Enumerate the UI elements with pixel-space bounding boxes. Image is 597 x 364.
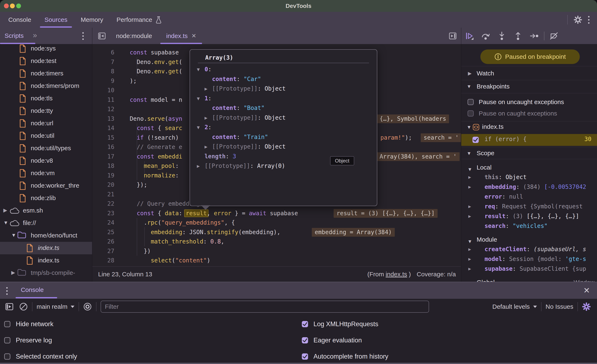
more-options-icon[interactable] bbox=[588, 16, 589, 24]
filter-input[interactable] bbox=[101, 301, 429, 313]
file-tree-item[interactable]: node:util bbox=[0, 130, 92, 142]
tab-scripts[interactable]: Scripts bbox=[5, 32, 24, 39]
chevron-collapsed-icon[interactable]: ▶ bbox=[204, 142, 207, 151]
tab-memory[interactable]: Memory bbox=[74, 12, 110, 28]
scope-section-header[interactable]: ▼ Scope bbox=[461, 148, 597, 159]
tab-overflow-chevron-icon[interactable]: » bbox=[33, 31, 37, 40]
file-tree-item[interactable]: node:zlib bbox=[0, 192, 92, 204]
code-line[interactable]: 27 }) bbox=[92, 246, 461, 256]
console-setting-row[interactable]: Preserve log bbox=[4, 334, 52, 346]
code-line[interactable]: 24 .rpc("query_embeddings", { bbox=[92, 218, 461, 227]
scope-group-header[interactable]: ▶GlobalWindow bbox=[461, 277, 597, 282]
exception-checkbox-row[interactable]: Pause on caught exceptions bbox=[461, 108, 597, 119]
line-number[interactable]: 22 bbox=[92, 199, 114, 209]
console-setting-row[interactable]: Hide network bbox=[4, 318, 53, 330]
file-tree-item[interactable]: node:timers/prom bbox=[0, 80, 92, 92]
tab-sources[interactable]: Sources bbox=[38, 12, 74, 28]
file-tree-item[interactable]: node:timers bbox=[0, 67, 92, 80]
chevron-expanded-icon[interactable]: ▼ bbox=[197, 94, 200, 103]
file-tree-item[interactable]: node:util/types bbox=[0, 142, 92, 155]
close-tab-icon[interactable]: ✕ bbox=[191, 32, 196, 39]
step-out-button[interactable] bbox=[510, 28, 526, 44]
chevron-collapsed-icon[interactable]: ▶ bbox=[468, 201, 471, 211]
file-tree-item[interactable]: node:tty bbox=[0, 105, 92, 117]
execution-context-selector[interactable]: main realm bbox=[37, 303, 67, 310]
line-number[interactable]: 9 bbox=[92, 76, 114, 86]
checkbox[interactable] bbox=[302, 321, 308, 327]
step-over-button[interactable] bbox=[478, 28, 494, 44]
scope-variable[interactable]: ▶createClient: (supabaseUrl, s bbox=[461, 244, 597, 254]
deactivate-breakpoints-button[interactable] bbox=[546, 28, 562, 44]
console-settings-gear-icon[interactable] bbox=[582, 302, 591, 311]
console-setting-row[interactable]: Autocomplete from history bbox=[302, 351, 388, 362]
hide-debugger-icon[interactable] bbox=[448, 31, 457, 40]
line-number[interactable]: 16 bbox=[92, 142, 114, 152]
chevron-icon[interactable]: ▼ bbox=[468, 237, 472, 244]
code-editor[interactable]: 6const supabase7 Deno.env.get(8 Deno.env… bbox=[92, 44, 461, 266]
code-line[interactable]: 26 match_threshold: 0.8, bbox=[92, 237, 461, 246]
scope-variable[interactable]: error: null bbox=[461, 192, 597, 201]
scope-variable[interactable]: ▶embedding: (384) [-0.00537042 bbox=[461, 182, 597, 192]
line-number[interactable]: 27 bbox=[92, 246, 114, 256]
line-number[interactable]: 23 bbox=[92, 209, 114, 218]
file-tree-item[interactable]: index.ts bbox=[0, 254, 92, 267]
checkbox[interactable] bbox=[468, 99, 474, 105]
popup-property-row[interactable]: content: "Boat" bbox=[190, 103, 377, 113]
step-button[interactable] bbox=[526, 28, 542, 44]
line-number[interactable]: 20 bbox=[92, 180, 114, 190]
chevron-expanded-icon[interactable]: ▼ bbox=[11, 232, 16, 238]
live-expression-icon[interactable] bbox=[83, 302, 92, 311]
chevron-expanded-icon[interactable]: ▼ bbox=[3, 220, 8, 226]
file-tree-item[interactable]: node:v8 bbox=[0, 155, 92, 167]
line-number[interactable]: 11 bbox=[92, 95, 114, 105]
scope-variable[interactable]: ▶result: (3) [{…}, {…}, {…}] bbox=[461, 211, 597, 221]
line-number[interactable]: 18 bbox=[92, 161, 114, 171]
line-number[interactable]: 24 bbox=[92, 218, 114, 227]
file-tree-item[interactable]: ▶tmp/sb-compile- bbox=[0, 267, 92, 279]
line-number[interactable]: 26 bbox=[92, 237, 114, 246]
chevron-icon[interactable]: ▼ bbox=[468, 164, 472, 172]
checkbox[interactable] bbox=[4, 353, 10, 360]
popup-property-row[interactable]: ▼0: bbox=[190, 65, 377, 74]
drawer-tab-console[interactable]: Console bbox=[21, 286, 44, 293]
navigator-more-icon[interactable] bbox=[82, 32, 84, 40]
file-tree-item[interactable]: ▼file:// bbox=[0, 217, 92, 229]
breakpoint-file-group[interactable]: ▼ index.ts bbox=[461, 123, 597, 132]
line-number[interactable]: 13 bbox=[92, 114, 114, 124]
chevron-expanded-icon[interactable]: ▼ bbox=[197, 123, 200, 132]
chevron-collapsed-icon[interactable]: ▶ bbox=[3, 207, 7, 213]
line-number[interactable]: 10 bbox=[92, 85, 114, 95]
line-number[interactable]: 7 bbox=[92, 57, 114, 67]
file-tree-item[interactable]: node:url bbox=[0, 117, 92, 130]
tab-performance[interactable]: Performance bbox=[110, 12, 169, 28]
breakpoints-section-header[interactable]: ▼ Breakpoints bbox=[461, 80, 597, 93]
line-number[interactable]: 6 bbox=[92, 48, 114, 57]
file-tree-item[interactable]: node:vm bbox=[0, 167, 92, 179]
console-sidebar-icon[interactable] bbox=[5, 302, 14, 311]
drawer-more-icon[interactable] bbox=[6, 287, 8, 295]
file-tree-item[interactable]: index.ts bbox=[0, 242, 92, 254]
file-tree-item[interactable]: node:worker_thre bbox=[0, 179, 92, 192]
chevron-collapsed-icon[interactable]: ▶ bbox=[468, 244, 471, 254]
popup-property-row[interactable]: ▶[[Prototype]]: Object bbox=[190, 84, 377, 93]
chevron-collapsed-icon[interactable]: ▶ bbox=[468, 172, 471, 182]
console-setting-row[interactable]: Log XMLHttpRequests bbox=[302, 318, 378, 330]
editor-tab-index-ts[interactable]: index.ts ✕ bbox=[159, 28, 203, 44]
checkbox[interactable] bbox=[302, 337, 308, 343]
chevron-collapsed-icon[interactable]: ▶ bbox=[468, 254, 471, 264]
clear-console-icon[interactable] bbox=[19, 302, 28, 311]
file-tree-item[interactable]: ▼home/deno/funct bbox=[0, 229, 92, 242]
line-number[interactable]: 19 bbox=[92, 171, 114, 180]
chevron-collapsed-icon[interactable]: ▶ bbox=[468, 182, 471, 192]
chevron-collapsed-icon[interactable]: ▶ bbox=[468, 211, 471, 221]
scope-variable[interactable]: ▶supabase: SupabaseClient {sup bbox=[461, 264, 597, 274]
chevron-expanded-icon[interactable]: ▼ bbox=[197, 65, 200, 74]
line-number[interactable]: 25 bbox=[92, 227, 114, 237]
line-number[interactable]: 15 bbox=[92, 133, 114, 143]
chevron-collapsed-icon[interactable]: ▶ bbox=[204, 84, 207, 93]
settings-gear-icon[interactable] bbox=[573, 15, 582, 24]
scope-group-header[interactable]: ▼Local bbox=[461, 163, 597, 172]
code-line[interactable]: 28 select("content") bbox=[92, 256, 461, 265]
step-into-button[interactable] bbox=[494, 28, 510, 44]
code-line[interactable]: 23 const { data: result, error } = await… bbox=[92, 209, 461, 218]
